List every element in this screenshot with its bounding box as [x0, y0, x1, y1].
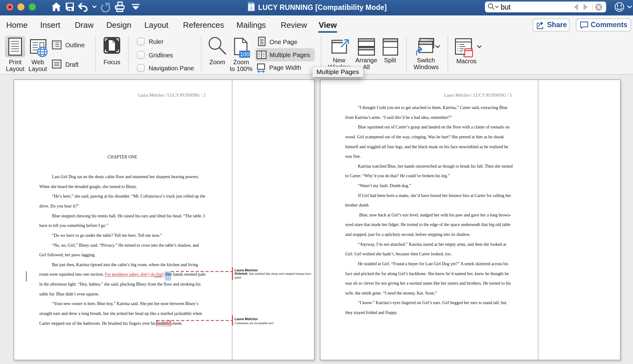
svg-text:a: a: [250, 4, 253, 11]
svg-text:100: 100: [240, 51, 250, 57]
